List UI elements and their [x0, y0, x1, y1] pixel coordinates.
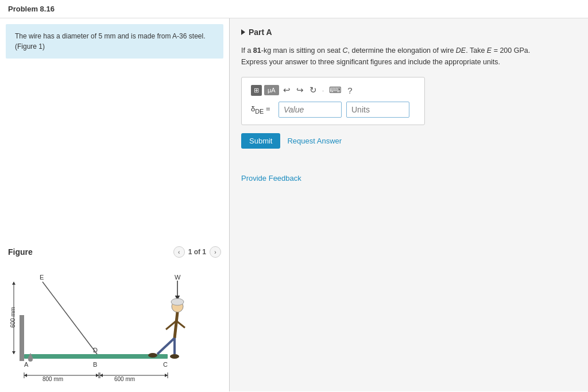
- figure-diagram: A B C D E 600 mm: [8, 263, 203, 384]
- svg-marker-39: [100, 374, 103, 377]
- right-panel: Part A If a 81-kg man is sitting on seat…: [230, 18, 588, 391]
- svg-marker-37: [24, 374, 27, 377]
- svg-text:A: A: [24, 361, 29, 368]
- toolbar: ⊞ μA ↩ ↪ ↻ · ⌨ ?: [251, 84, 415, 96]
- collapse-icon[interactable]: [241, 29, 245, 35]
- svg-text:600 mm: 600 mm: [114, 376, 135, 382]
- figure-nav-text: 1 of 1: [188, 248, 206, 256]
- figure-nav: ‹ 1 of 1 ›: [173, 246, 221, 258]
- part-header: Part A: [241, 28, 577, 37]
- answer-box: ⊞ μA ↩ ↪ ↻ · ⌨ ?: [241, 77, 425, 125]
- svg-line-14: [42, 282, 97, 354]
- svg-line-32: [176, 321, 185, 328]
- svg-text:600 mm: 600 mm: [10, 307, 16, 328]
- feedback-link[interactable]: Provide Feedback: [241, 174, 301, 183]
- svg-point-35: [148, 353, 157, 358]
- svg-marker-40: [165, 374, 168, 377]
- help-icon: ?: [347, 86, 352, 95]
- refresh-icon: ↻: [310, 85, 317, 95]
- mu-label: μA: [268, 87, 276, 94]
- action-row: Submit Request Answer: [241, 133, 577, 149]
- request-answer-link[interactable]: Request Answer: [287, 137, 342, 145]
- info-box: The wire has a diameter of 5 mm and is m…: [6, 24, 223, 59]
- figure-section: Figure ‹ 1 of 1 ›: [0, 240, 229, 391]
- mu-button[interactable]: μA: [264, 85, 279, 95]
- svg-point-12: [28, 357, 33, 362]
- help-button[interactable]: ?: [346, 85, 354, 96]
- undo-icon: ↩: [283, 85, 291, 95]
- svg-text:E: E: [40, 274, 44, 281]
- redo-icon: ↪: [296, 85, 304, 95]
- next-figure-button[interactable]: ›: [210, 246, 221, 258]
- svg-text:B: B: [93, 361, 97, 368]
- left-panel: The wire has a diameter of 5 mm and is m…: [0, 18, 230, 391]
- svg-text:C: C: [163, 361, 168, 368]
- part-label: Part A: [249, 28, 272, 37]
- problem-title: Problem 8.16: [0, 0, 588, 18]
- svg-text:800 mm: 800 mm: [42, 376, 63, 382]
- info-text-line1: The wire has a diameter of 5 mm and is m…: [15, 31, 214, 41]
- feedback-section: Provide Feedback: [241, 162, 577, 183]
- toolbar-divider: ·: [322, 86, 324, 95]
- keyboard-icon: ⌨: [329, 85, 342, 95]
- problem-line1: If a 81-kg man is sitting on seat C, det…: [241, 45, 577, 56]
- svg-text:W: W: [175, 274, 181, 281]
- undo-button[interactable]: ↩: [281, 84, 292, 96]
- redo-button[interactable]: ↪: [295, 84, 305, 96]
- figure-header: Figure ‹ 1 of 1 ›: [8, 246, 221, 258]
- svg-marker-42: [12, 351, 16, 354]
- units-input[interactable]: [346, 102, 409, 118]
- delta-label: δDE =: [251, 104, 274, 115]
- refresh-button[interactable]: ↻: [308, 84, 319, 96]
- submit-button[interactable]: Submit: [241, 133, 280, 149]
- svg-point-29: [171, 298, 184, 305]
- value-input[interactable]: [278, 102, 342, 118]
- info-text-line2: (Figure 1): [15, 41, 214, 52]
- input-row: δDE =: [251, 102, 415, 118]
- problem-text: If a 81-kg man is sitting on seat C, det…: [241, 45, 577, 68]
- figure-label: Figure: [8, 247, 33, 257]
- svg-marker-41: [12, 282, 16, 285]
- svg-marker-38: [96, 374, 99, 377]
- grid-icon: ⊞: [254, 87, 259, 94]
- svg-line-33: [157, 338, 175, 354]
- problem-line2: Express your answer to three significant…: [241, 56, 577, 68]
- prev-figure-button[interactable]: ‹: [173, 246, 185, 258]
- svg-rect-7: [24, 354, 168, 359]
- svg-line-30: [175, 312, 177, 338]
- keyboard-button[interactable]: ⌨: [327, 84, 343, 96]
- svg-point-36: [170, 354, 179, 359]
- grid-button[interactable]: ⊞: [251, 85, 262, 96]
